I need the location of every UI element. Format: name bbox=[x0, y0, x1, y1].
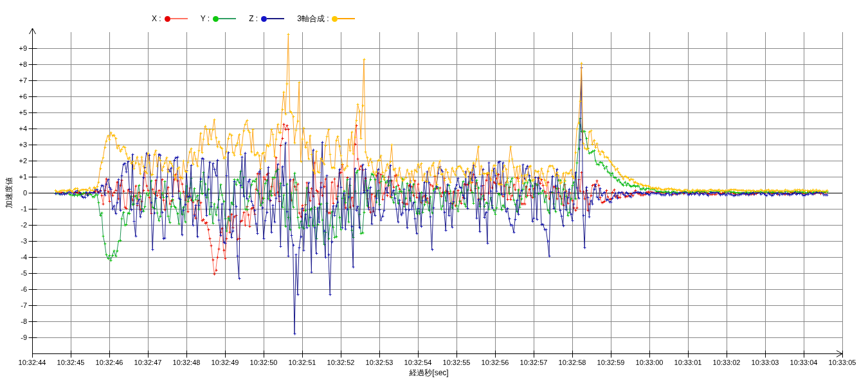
x-tick-label: 10:32:50 bbox=[244, 358, 284, 367]
x-tick-label: 10:32:57 bbox=[514, 358, 554, 367]
legend-label: 3軸合成 : bbox=[297, 13, 329, 24]
y-tick-label: +4 bbox=[8, 124, 27, 133]
legend-marker-dot bbox=[165, 16, 170, 22]
y-tick-label: +6 bbox=[8, 92, 27, 101]
legend-label: X : bbox=[152, 14, 161, 23]
legend-item: X : bbox=[152, 14, 188, 23]
y-tick-label: +2 bbox=[8, 156, 27, 165]
x-tick-label: 10:32:55 bbox=[437, 358, 476, 367]
x-tick-label: 10:32:56 bbox=[475, 358, 515, 367]
x-tick-label: 10:33:04 bbox=[784, 358, 824, 367]
y-axis-title: 加速度値 bbox=[4, 167, 14, 218]
x-tick-label: 10:33:03 bbox=[745, 358, 785, 367]
y-tick-label: +8 bbox=[8, 60, 27, 69]
x-tick-label: 10:32:51 bbox=[282, 358, 322, 367]
x-tick-label: 10:33:05 bbox=[822, 358, 862, 367]
legend-item: Z : bbox=[249, 14, 284, 23]
legend-line-swatch bbox=[170, 18, 188, 19]
x-tick-label: 10:32:54 bbox=[398, 358, 438, 367]
y-tick-label: -8 bbox=[8, 317, 27, 326]
y-tick-label: -5 bbox=[8, 269, 27, 278]
x-tick-label: 10:32:59 bbox=[591, 358, 631, 367]
x-tick-label: 10:33:01 bbox=[668, 358, 708, 367]
legend-marker-dot bbox=[332, 16, 338, 22]
y-tick-label: +3 bbox=[8, 140, 27, 149]
y-tick-label: +7 bbox=[8, 76, 27, 85]
accelerometer-chart-window: X :Y :Z :3軸合成 : +9+8+7+6+5+4+3+2+10-1-2-… bbox=[0, 0, 868, 392]
legend-label: Y : bbox=[201, 14, 210, 23]
chart-plot-area bbox=[0, 0, 868, 392]
x-tick-label: 10:32:48 bbox=[167, 358, 206, 367]
x-tick-label: 10:32:47 bbox=[128, 358, 168, 367]
x-tick-label: 10:33:00 bbox=[629, 358, 669, 367]
legend-item: Y : bbox=[201, 14, 236, 23]
y-tick-label: -7 bbox=[8, 301, 27, 310]
legend-item: 3軸合成 : bbox=[297, 13, 355, 24]
y-tick-label: -3 bbox=[8, 236, 27, 245]
x-axis-title: 経過秒[sec] bbox=[365, 368, 493, 379]
x-tick-label: 10:32:52 bbox=[321, 358, 361, 367]
y-tick-label: +9 bbox=[8, 44, 27, 53]
x-tick-label: 10:32:58 bbox=[552, 358, 592, 367]
legend-line-swatch bbox=[338, 18, 355, 19]
x-tick-label: 10:32:45 bbox=[51, 358, 91, 367]
x-tick-label: 10:32:46 bbox=[89, 358, 129, 367]
y-tick-label: -2 bbox=[8, 220, 27, 229]
x-tick-label: 10:32:49 bbox=[205, 358, 245, 367]
legend-marker-dot bbox=[213, 16, 219, 22]
y-tick-label: -4 bbox=[8, 253, 27, 262]
legend-line-swatch bbox=[219, 18, 236, 19]
legend-line-swatch bbox=[267, 18, 284, 19]
legend-marker-dot bbox=[261, 16, 267, 22]
x-tick-label: 10:33:02 bbox=[707, 358, 746, 367]
legend-label: Z : bbox=[249, 14, 258, 23]
chart-legend: X :Y :Z :3軸合成 : bbox=[152, 13, 355, 24]
x-tick-label: 10:32:53 bbox=[359, 358, 399, 367]
x-tick-label: 10:32:44 bbox=[12, 358, 52, 367]
y-tick-label: -9 bbox=[8, 333, 27, 342]
y-tick-label: +5 bbox=[8, 108, 27, 117]
y-tick-label: -6 bbox=[8, 285, 27, 294]
